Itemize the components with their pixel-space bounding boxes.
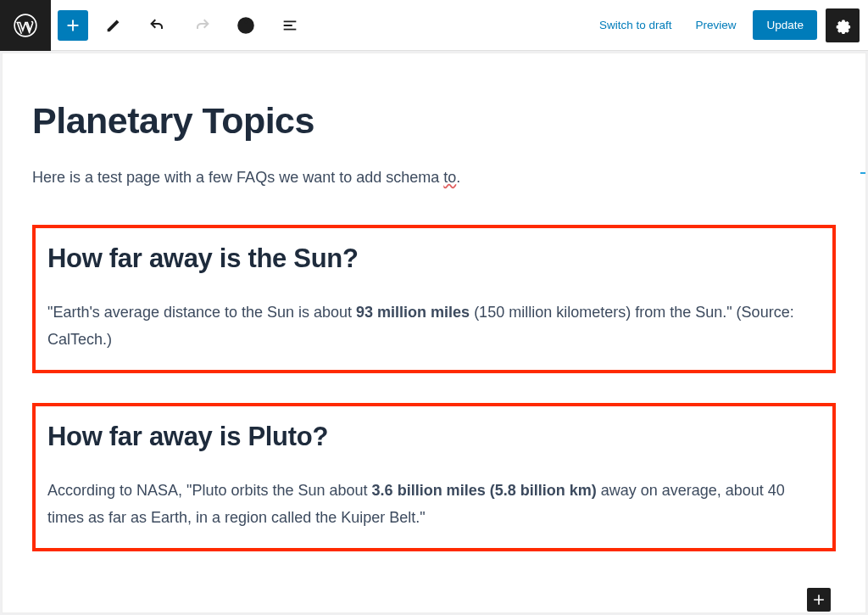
intro-text-pre: Here is a test page with a few FAQs we w… bbox=[32, 169, 443, 186]
details-button[interactable] bbox=[227, 7, 264, 44]
redo-button[interactable] bbox=[183, 7, 220, 44]
answer-text-bold: 93 million miles bbox=[356, 304, 470, 321]
undo-button[interactable] bbox=[139, 7, 176, 44]
faq-block-1[interactable]: How far away is the Sun? "Earth's averag… bbox=[32, 225, 836, 373]
svg-rect-3 bbox=[245, 25, 247, 30]
editor-canvas: Planetary Topics Here is a test page wit… bbox=[2, 53, 866, 613]
intro-paragraph[interactable]: Here is a test page with a few FAQs we w… bbox=[32, 169, 836, 187]
editor-toolbar: Switch to draft Preview Update bbox=[0, 0, 868, 51]
answer-text-bold: 3.6 billion miles (5.8 billion km) bbox=[372, 482, 597, 499]
intro-text-post: . bbox=[456, 169, 460, 186]
settings-button[interactable] bbox=[826, 8, 860, 42]
preview-button[interactable]: Preview bbox=[683, 19, 748, 31]
tools-button[interactable] bbox=[95, 7, 132, 44]
block-inserter-button[interactable] bbox=[58, 10, 88, 41]
faq-heading[interactable]: How far away is the Sun? bbox=[47, 243, 821, 274]
outline-button[interactable] bbox=[271, 7, 309, 44]
switch-to-draft-button[interactable]: Switch to draft bbox=[587, 19, 684, 31]
answer-text-pre: "Earth's average distance to the Sun is … bbox=[47, 304, 356, 321]
answer-text-pre: According to NASA, "Pluto orbits the Sun… bbox=[47, 482, 372, 499]
sidebar-marker bbox=[860, 160, 865, 174]
faq-heading[interactable]: How far away is Pluto? bbox=[47, 422, 821, 452]
faq-block-2[interactable]: How far away is Pluto? According to NASA… bbox=[32, 403, 836, 551]
intro-text-spellcheck: to bbox=[443, 169, 456, 186]
wordpress-logo[interactable] bbox=[0, 0, 51, 51]
svg-point-2 bbox=[245, 20, 248, 23]
faq-answer[interactable]: "Earth's average distance to the Sun is … bbox=[47, 299, 821, 353]
update-button[interactable]: Update bbox=[753, 10, 817, 40]
faq-answer[interactable]: According to NASA, "Pluto orbits the Sun… bbox=[47, 478, 821, 531]
add-block-button[interactable] bbox=[807, 588, 831, 612]
page-title[interactable]: Planetary Topics bbox=[32, 100, 836, 142]
